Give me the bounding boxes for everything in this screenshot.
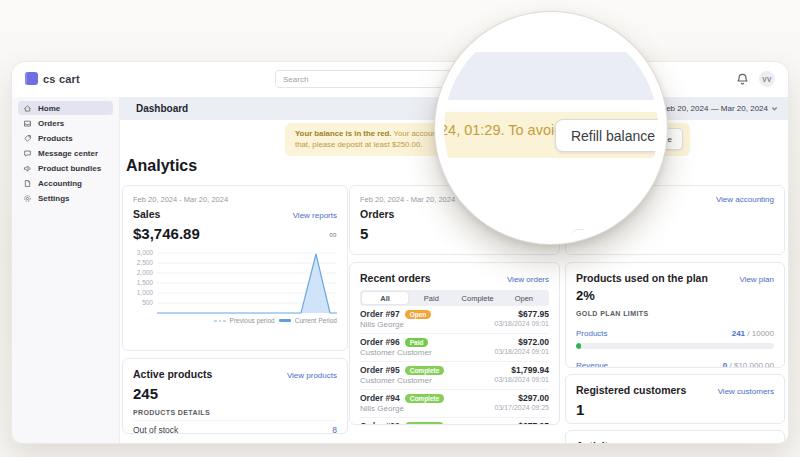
revenue-limit-label[interactable]: Revenue [576, 361, 608, 368]
inbox-icon [23, 119, 32, 128]
current-period-swatch [279, 319, 291, 322]
cscart-logo-icon [25, 72, 38, 85]
svg-text:500: 500 [142, 299, 153, 306]
tab-paid[interactable]: Paid [408, 292, 454, 304]
svg-text:1,000: 1,000 [137, 289, 154, 296]
out-of-stock-row[interactable]: Out of stock 8 [133, 420, 337, 434]
tag-icon [23, 134, 32, 143]
svg-text:2,500: 2,500 [137, 259, 154, 266]
products-used: 241 [732, 329, 745, 338]
magnifier-overlay: 24, 01:29. To avoid Refill balance $ [435, 12, 667, 244]
brand-logo[interactable]: cs cart [25, 72, 80, 85]
activity-title: Activity [576, 440, 614, 443]
status-badge: Open [405, 310, 432, 319]
user-avatar[interactable]: VV [759, 71, 775, 87]
magnified-refill-balance-button[interactable]: Refill balance [555, 119, 667, 152]
recent-orders-card: Recent orders View orders All Paid Compl… [349, 262, 560, 425]
products-details-heading: PRODUCTS DETAILS [133, 409, 337, 416]
active-products-value: 245 [133, 385, 337, 402]
megaphone-icon [23, 164, 32, 173]
sidebar-item-label: Orders [38, 119, 64, 128]
sales-value: $3,746.89 [133, 225, 200, 242]
status-badge: Complete [405, 394, 445, 403]
order-row[interactable]: Order #97Open$677.95 Nills George03/18/2… [360, 306, 549, 333]
view-accounting-link[interactable]: View accounting [716, 195, 774, 204]
view-plan-link[interactable]: View plan [739, 275, 774, 284]
registered-customers-card: Registered customers View customers 1 [565, 374, 785, 424]
sidebar-item-product-bundles[interactable]: Product bundles [18, 161, 113, 175]
products-limit-label[interactable]: Products [576, 329, 608, 338]
svg-text:3,000: 3,000 [137, 249, 154, 256]
sidebar-item-products[interactable]: Products [18, 131, 113, 145]
legend-current-label: Current Period [295, 317, 337, 324]
svg-text:1,500: 1,500 [137, 279, 154, 286]
status-badge: Complete [405, 422, 445, 426]
registered-customers-title: Registered customers [576, 384, 686, 396]
chart-legend: Previous period Current Period [214, 317, 337, 324]
view-orders-link[interactable]: View orders [507, 275, 549, 284]
registered-customers-value: 1 [576, 401, 774, 418]
sidebar-item-message-center[interactable]: Message center [18, 146, 113, 160]
sidebar-item-label: Products [38, 134, 73, 143]
order-status-tabs: All Paid Complete Open [360, 290, 549, 306]
legend-previous-label: Previous period [230, 317, 275, 324]
home-icon [23, 104, 32, 113]
date-range-value: Feb 20, 2024 — Mar 20, 2024 [661, 104, 768, 113]
tab-all[interactable]: All [362, 292, 408, 304]
sales-card: Feb 20, 2024 - Mar 20, 2024 Sales View r… [122, 185, 348, 351]
page-title: Dashboard [136, 103, 188, 114]
status-badge: Paid [405, 338, 429, 347]
magnified-banner-text: 24, 01:29. To avoid [440, 122, 562, 138]
date-range-picker[interactable]: Feb 20, 2024 — Mar 20, 2024 [661, 97, 778, 120]
previous-period-swatch [214, 320, 226, 322]
view-reports-link[interactable]: View reports [293, 211, 337, 220]
plan-usage-value: 2% [576, 288, 774, 303]
magnified-header-strip [435, 52, 667, 100]
status-badge: Complete [405, 366, 445, 375]
sidebar-item-accounting[interactable]: Accounting [18, 176, 113, 190]
document-icon [23, 179, 32, 188]
sidebar-item-label: Home [38, 104, 60, 113]
gear-icon [23, 194, 32, 203]
sidebar-item-label: Product bundles [38, 164, 101, 173]
sidebar-item-label: Settings [38, 194, 70, 203]
sales-title: Sales [133, 208, 160, 220]
recent-orders-title: Recent orders [360, 272, 431, 284]
sidebar-item-settings[interactable]: Settings [18, 191, 113, 205]
view-products-link[interactable]: View products [287, 371, 337, 380]
plan-usage-card: Products used on the plan View plan 2% G… [565, 262, 785, 368]
order-row[interactable]: Order #95Complete$1,799.94 Customer Cust… [360, 361, 549, 389]
tab-open[interactable]: Open [501, 292, 547, 304]
analytics-heading: Analytics [126, 157, 197, 175]
orders-title: Orders [360, 208, 394, 220]
sidebar-item-home[interactable]: Home [18, 101, 113, 115]
plan-limits-heading: GOLD PLAN LIMITS [576, 310, 774, 317]
sales-chart: 3,000 2,500 2,000 1,500 1,000 500 Previo… [133, 248, 337, 322]
brand-name: cs cart [43, 73, 80, 85]
tab-complete[interactable]: Complete [455, 292, 501, 304]
sidebar-item-label: Message center [38, 149, 98, 158]
plan-title: Products used on the plan [576, 272, 708, 284]
revenue-total: / $10,000.00 [727, 361, 774, 368]
notifications-bell-icon[interactable] [735, 72, 750, 87]
order-row[interactable]: Order #92Complete$677.95 Nills George03/… [360, 417, 549, 425]
app-window: cs cart VV Home Orders Products Message … [12, 62, 788, 443]
active-products-title: Active products [133, 368, 212, 380]
products-progress-bar [576, 343, 774, 349]
view-customers-link[interactable]: View customers [718, 387, 774, 396]
active-products-card: Active products View products 245 PRODUC… [122, 358, 348, 434]
svg-text:2,000: 2,000 [137, 269, 154, 276]
out-of-stock-value: 8 [332, 425, 337, 434]
infinity-icon: ∞ [329, 228, 337, 240]
out-of-stock-label: Out of stock [133, 425, 178, 434]
order-list: Order #97Open$677.95 Nills George03/18/2… [360, 306, 549, 425]
order-row[interactable]: Order #96Paid$972.00 Customer Customer03… [360, 333, 549, 361]
sales-period: Feb 20, 2024 - Mar 20, 2024 [133, 195, 337, 204]
products-total: / 10000 [745, 329, 774, 338]
sidebar-item-label: Accounting [38, 179, 82, 188]
app-header: cs cart VV [12, 62, 788, 97]
chevron-down-icon [771, 105, 778, 112]
chat-bubble-icon [23, 149, 32, 158]
order-row[interactable]: Order #94Complete$297.00 Nills George03/… [360, 389, 549, 417]
sidebar-item-orders[interactable]: Orders [18, 116, 113, 130]
